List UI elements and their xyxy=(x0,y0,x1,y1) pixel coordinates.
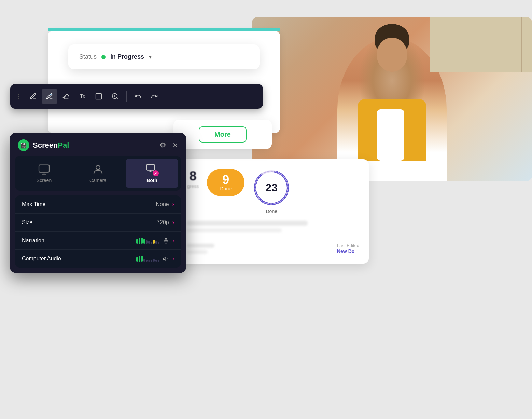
done-yellow-count: 9 xyxy=(222,174,229,186)
rectangle-icon xyxy=(95,93,102,100)
blurred-content-1 xyxy=(187,221,308,226)
size-arrow-icon: › xyxy=(172,219,174,226)
last-edited-row: Last Edited New Do xyxy=(187,243,359,254)
close-button[interactable]: ✕ xyxy=(172,141,178,149)
narration-row[interactable]: Narration xyxy=(15,232,181,250)
screenpal-panel: 🎬 ScreenPal ⚙ ✕ Screen Camera xyxy=(10,133,186,273)
tab-screen-label: Screen xyxy=(37,178,52,183)
blurred-content-2 xyxy=(187,228,282,232)
in-progress-count: 8 xyxy=(190,169,197,184)
svg-rect-5 xyxy=(39,165,49,172)
both-composite-icon xyxy=(146,163,158,176)
toolbar-drag-handle: ⋮ xyxy=(16,93,22,100)
status-label: Status xyxy=(79,53,97,60)
size-label: Size xyxy=(22,219,32,226)
screenpal-title: ScreenPal xyxy=(33,141,69,150)
highlighter-icon xyxy=(46,93,53,100)
max-time-value: None xyxy=(156,201,169,207)
tab-both[interactable]: Both xyxy=(126,159,178,188)
more-card: More xyxy=(173,120,272,149)
screenpal-header-actions: ⚙ ✕ xyxy=(159,141,178,150)
rectangle-tool-button[interactable] xyxy=(91,89,107,104)
screenpal-header: 🎬 ScreenPal ⚙ ✕ xyxy=(10,133,186,156)
done-circle-stat: 23 xyxy=(253,169,290,206)
pen-icon xyxy=(29,93,37,100)
microphone-icon xyxy=(163,238,169,244)
narration-arrow-icon: › xyxy=(172,238,174,244)
toolbar: ⋮ Tt xyxy=(10,84,263,109)
narration-volume-bars xyxy=(136,238,159,244)
done-yellow-badge: 9 Done xyxy=(207,169,244,196)
svg-rect-0 xyxy=(96,94,102,99)
status-value: In Progress xyxy=(110,53,144,60)
redo-icon xyxy=(151,93,158,100)
computer-audio-label: Computer Audio xyxy=(22,256,61,262)
screen-icon xyxy=(38,163,50,176)
max-time-label: Max Time xyxy=(22,201,45,207)
status-row: Status In Progress ▾ xyxy=(79,53,249,60)
tab-screen[interactable]: Screen xyxy=(18,159,70,188)
svg-point-12 xyxy=(155,172,156,173)
text-icon: Tt xyxy=(80,93,85,100)
max-time-row[interactable]: Max Time None › xyxy=(15,195,181,214)
redo-button[interactable] xyxy=(146,89,162,104)
screenpal-logo: 🎬 ScreenPal xyxy=(18,139,69,151)
background-photo xyxy=(252,17,532,181)
svg-marker-16 xyxy=(163,257,166,261)
highlighter-tool-button[interactable] xyxy=(42,89,57,104)
size-right: 720p › xyxy=(157,219,174,226)
size-value: 720p xyxy=(157,219,169,226)
last-edited-value: New Do xyxy=(337,248,354,254)
in-progress-label: gress xyxy=(187,184,199,189)
max-time-arrow-icon: › xyxy=(172,201,174,207)
computer-audio-right: › xyxy=(136,256,174,262)
svg-rect-9 xyxy=(146,165,154,170)
speaker-icon xyxy=(163,256,169,262)
status-chevron-icon[interactable]: ▾ xyxy=(149,54,152,60)
more-button[interactable]: More xyxy=(199,126,247,143)
camera-person-icon xyxy=(92,163,104,176)
svg-point-8 xyxy=(96,165,100,170)
tab-both-label: Both xyxy=(146,178,157,183)
computer-audio-volume-bars xyxy=(136,256,159,262)
stats-row: 8 gress 9 Done 23 Done xyxy=(187,169,359,214)
svg-line-2 xyxy=(116,98,118,99)
zoom-icon xyxy=(111,93,119,100)
last-edited-section: Last Edited New Do xyxy=(187,238,359,254)
eraser-icon xyxy=(62,93,70,100)
undo-button[interactable] xyxy=(130,89,146,104)
status-indicator-dot xyxy=(101,55,106,59)
eraser-tool-button[interactable] xyxy=(58,89,74,104)
tab-camera-label: Camera xyxy=(89,178,107,183)
svg-rect-13 xyxy=(165,238,167,241)
tab-camera[interactable]: Camera xyxy=(72,159,124,188)
tab-selector: Screen Camera xyxy=(15,156,181,191)
size-row[interactable]: Size 720p › xyxy=(15,214,181,232)
done-yellow-label: Done xyxy=(220,186,232,191)
teal-accent-bar xyxy=(48,28,280,31)
settings-button[interactable]: ⚙ xyxy=(159,141,166,150)
in-progress-stat: 8 gress xyxy=(187,169,199,189)
text-tool-button[interactable]: Tt xyxy=(74,89,90,104)
toolbar-divider-1 xyxy=(126,91,127,102)
dashboard-card: 8 gress 9 Done 23 Done xyxy=(178,159,369,264)
screenpal-logo-icon: 🎬 xyxy=(18,139,29,151)
blurred-content-4 xyxy=(187,250,208,254)
zoom-tool-button[interactable] xyxy=(107,89,123,104)
pen-tool-button[interactable] xyxy=(25,89,41,104)
narration-right: › xyxy=(136,238,174,244)
narration-label: Narration xyxy=(22,238,44,244)
computer-audio-arrow-icon: › xyxy=(172,256,174,262)
done-circle-count: 23 xyxy=(265,181,278,194)
max-time-right: None › xyxy=(156,201,174,207)
status-card: Status In Progress ▾ xyxy=(68,44,260,69)
computer-audio-row[interactable]: Computer Audio › xyxy=(15,250,181,268)
blurred-content-3 xyxy=(187,244,214,248)
undo-icon xyxy=(134,93,142,100)
done-circle-container: 23 Done xyxy=(253,169,290,214)
last-edited-info: Last Edited New Do xyxy=(337,243,359,254)
settings-section: Max Time None › Size 720p › Narration xyxy=(15,195,181,268)
done-circle-label: Done xyxy=(266,208,277,214)
last-edited-label: Last Edited xyxy=(337,243,359,248)
